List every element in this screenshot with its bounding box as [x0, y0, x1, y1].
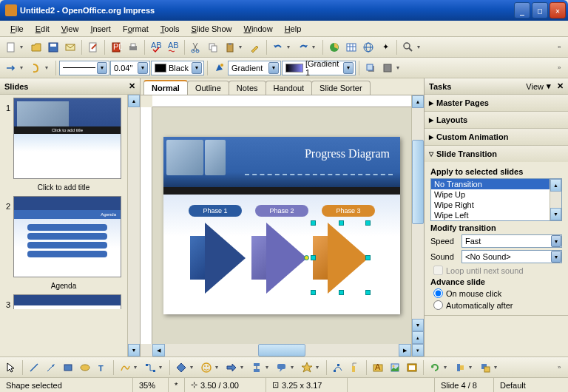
- callouts-tool[interactable]: [274, 359, 290, 376]
- arrow-shape-selected[interactable]: [313, 223, 368, 293]
- scroll-up-button[interactable]: ▲: [412, 95, 424, 108]
- basic-shapes-tool[interactable]: [173, 359, 189, 376]
- select-tool[interactable]: [3, 359, 19, 376]
- menu-edit[interactable]: Edit: [30, 23, 55, 35]
- status-zoom[interactable]: 35%: [133, 378, 169, 392]
- task-layouts[interactable]: ▶Layouts: [425, 112, 568, 128]
- undo-dropdown[interactable]: ▾: [287, 44, 294, 50]
- fill-type-combo[interactable]: Gradient▼: [228, 61, 281, 75]
- new-button[interactable]: [3, 39, 19, 55]
- next-slide-button[interactable]: ▾: [412, 344, 424, 356]
- canvas-v-scrollbar[interactable]: ▲ ▼ ▴ ▾: [411, 95, 424, 356]
- slides-scrollbar[interactable]: ▲ ▼: [127, 95, 140, 356]
- zoom-dropdown[interactable]: ▾: [417, 44, 425, 50]
- copy-button[interactable]: [205, 39, 221, 55]
- pdf-button[interactable]: PDF: [108, 39, 124, 55]
- menu-help[interactable]: Help: [279, 23, 308, 35]
- line-color-combo[interactable]: Black▼: [151, 61, 204, 75]
- email-button[interactable]: [62, 39, 78, 55]
- arrow-line-tool[interactable]: [43, 359, 59, 376]
- curve-tool[interactable]: [117, 359, 133, 376]
- menu-file[interactable]: File: [4, 23, 30, 35]
- rotate-tool[interactable]: [427, 359, 443, 376]
- scroll-down-button[interactable]: ▼: [412, 319, 424, 331]
- points-tool[interactable]: [330, 359, 346, 376]
- connector-tool[interactable]: [142, 359, 158, 376]
- menu-slide-show[interactable]: Slide Show: [185, 23, 237, 35]
- slide-thumbnail[interactable]: Agenda: [13, 196, 121, 277]
- tasks-panel-close-icon[interactable]: ✕: [557, 81, 564, 91]
- ellipse-tool[interactable]: [77, 359, 93, 376]
- print-button[interactable]: [125, 39, 141, 55]
- arrow-shape[interactable]: [190, 223, 246, 293]
- gallery-tool[interactable]: [404, 359, 420, 376]
- navigator-button[interactable]: ✦: [377, 39, 393, 55]
- scroll-down-button[interactable]: ▼: [128, 344, 140, 356]
- task-master-pages[interactable]: ▶Master Pages: [425, 95, 568, 111]
- line-style-combo[interactable]: ▼: [59, 61, 109, 75]
- list-item[interactable]: No Transition: [431, 179, 550, 189]
- edit-file-button[interactable]: [85, 39, 101, 55]
- scroll-left-button[interactable]: ◀: [152, 344, 165, 356]
- menu-format[interactable]: Format: [117, 23, 155, 35]
- slide-thumbnail[interactable]: Click to add title: [13, 98, 121, 179]
- auto-after-radio[interactable]: Automatically after: [433, 300, 562, 310]
- filter-button[interactable]: [379, 60, 396, 76]
- tab-notes[interactable]: Notes: [229, 81, 266, 95]
- stars-tool[interactable]: [299, 359, 315, 376]
- redo-button[interactable]: [295, 39, 311, 55]
- block-arrows-tool[interactable]: [223, 359, 240, 376]
- on-click-radio[interactable]: On mouse click: [433, 288, 562, 298]
- line-width-combo[interactable]: 0.04"▼: [110, 61, 150, 75]
- zoom-button[interactable]: [400, 39, 416, 55]
- list-item[interactable]: Wipe Left: [431, 210, 550, 220]
- menu-tools[interactable]: Tools: [155, 23, 186, 35]
- toolbar-overflow[interactable]: »: [558, 364, 565, 371]
- canvas-h-scrollbar[interactable]: ◀ ▶: [141, 344, 411, 356]
- auto-spellcheck-button[interactable]: ABC: [165, 39, 181, 55]
- redo-dropdown[interactable]: ▾: [312, 44, 320, 50]
- undo-button[interactable]: [270, 39, 286, 55]
- task-custom-animation[interactable]: ▶Custom Animation: [425, 129, 568, 145]
- line-tool[interactable]: [26, 359, 42, 376]
- table-button[interactable]: [343, 39, 359, 55]
- window-minimize-button[interactable]: _: [514, 2, 530, 18]
- from-file-tool[interactable]: [387, 359, 403, 376]
- menu-view[interactable]: View: [55, 23, 85, 35]
- fill-name-combo[interactable]: [Gradient 1▼: [282, 61, 356, 75]
- arrange-tool[interactable]: [477, 359, 493, 376]
- menu-insert[interactable]: Insert: [84, 23, 117, 35]
- slide-thumbnail[interactable]: [13, 294, 121, 309]
- chart-button[interactable]: [326, 39, 342, 55]
- list-item[interactable]: Wipe Up: [431, 189, 550, 200]
- task-slide-transition[interactable]: ▽Slide Transition: [425, 146, 568, 162]
- symbol-shapes-tool[interactable]: [198, 359, 214, 376]
- slides-panel-close-icon[interactable]: ✕: [129, 81, 135, 91]
- glue-points-tool[interactable]: [347, 359, 363, 376]
- area-button[interactable]: [211, 60, 227, 76]
- flowchart-tool[interactable]: [248, 359, 265, 376]
- sound-select[interactable]: <No Sound>▼: [462, 250, 562, 263]
- paste-button[interactable]: [222, 39, 238, 55]
- alignment-tool[interactable]: [452, 359, 468, 376]
- tab-handout[interactable]: Handout: [266, 81, 313, 95]
- format-paintbrush-button[interactable]: [247, 39, 263, 55]
- window-maximize-button[interactable]: □: [532, 2, 548, 18]
- tab-outline[interactable]: Outline: [187, 81, 229, 95]
- speed-select[interactable]: Fast▼: [462, 234, 562, 248]
- paste-dropdown[interactable]: ▾: [239, 44, 246, 50]
- toolbar-overflow[interactable]: »: [558, 44, 565, 50]
- new-dropdown[interactable]: ▾: [20, 44, 27, 50]
- list-item[interactable]: Wipe Right: [431, 200, 550, 210]
- scroll-right-button[interactable]: ▶: [399, 344, 411, 356]
- arrow-style-button[interactable]: [3, 60, 19, 76]
- text-tool[interactable]: T: [94, 359, 110, 376]
- rectangle-tool[interactable]: [60, 359, 76, 376]
- hyperlink-button[interactable]: [360, 39, 376, 55]
- transition-list[interactable]: No Transition Wipe Up Wipe Right Wipe Le…: [430, 178, 562, 221]
- tab-slide-sorter[interactable]: Slide Sorter: [311, 81, 370, 95]
- open-button[interactable]: [28, 39, 44, 55]
- line-style-button[interactable]: [28, 60, 44, 76]
- arrow-shape[interactable]: [251, 223, 307, 293]
- scroll-up-button[interactable]: ▲: [128, 95, 140, 107]
